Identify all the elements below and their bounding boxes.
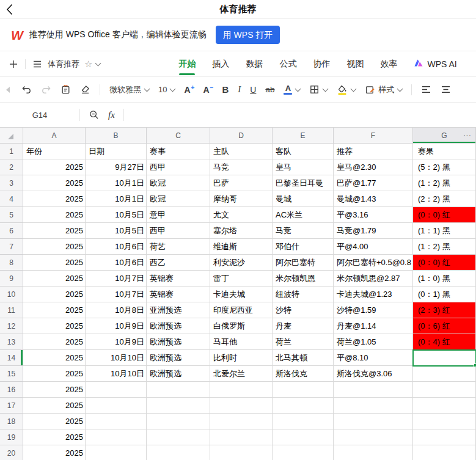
cell-E17[interactable] — [273, 398, 334, 414]
sheet-menu-button[interactable] — [32, 60, 42, 68]
cell-G15[interactable] — [413, 366, 476, 382]
align-left-button[interactable] — [421, 85, 431, 94]
tab-协作[interactable]: 协作 — [313, 51, 330, 77]
tab-视图[interactable]: 视图 — [346, 51, 364, 77]
cell-A14[interactable]: 2025 — [23, 350, 86, 366]
cell-A8[interactable]: 2025 — [23, 255, 86, 271]
row-header-10[interactable]: 10 — [0, 287, 23, 302]
column-menu-button[interactable]: ··· — [463, 130, 471, 139]
cell-G11[interactable]: (2：3) 红 — [413, 302, 476, 318]
cell-C14[interactable]: 欧洲预选 — [147, 350, 210, 366]
font-color-button[interactable]: A — [284, 84, 300, 95]
cell-C16[interactable] — [147, 382, 210, 398]
insert-function-button[interactable]: fx — [108, 110, 115, 120]
cell-D6[interactable]: 塞尔塔 — [210, 223, 273, 239]
row-header-6[interactable]: 6 — [0, 223, 23, 239]
cell-A15[interactable]: 2025 — [23, 366, 86, 382]
cell-B15[interactable]: 10月10日 — [86, 366, 147, 382]
cell-E12[interactable]: 丹麦 — [273, 318, 334, 334]
cell-F8[interactable]: 阿尔巴塞特+0.5@0.8 — [334, 255, 413, 271]
cell-B14[interactable]: 10月10日 — [86, 350, 147, 366]
cell-D2[interactable]: 马竞 — [210, 159, 273, 175]
cell-E4[interactable]: 曼城 — [273, 191, 334, 207]
cell-D15[interactable]: 北爱尔兰 — [210, 366, 273, 382]
cell-D19[interactable] — [210, 429, 273, 445]
cell-B19[interactable] — [86, 429, 147, 445]
row-header-19[interactable]: 19 — [0, 429, 23, 445]
cell-style-button[interactable]: 样式 — [365, 84, 402, 95]
row-header-4[interactable]: 4 — [0, 191, 23, 207]
cell-D13[interactable]: 马耳他 — [210, 334, 273, 350]
cell-F10[interactable]: 卡迪夫城@1.23 — [334, 287, 413, 302]
row-header-7[interactable]: 7 — [0, 239, 23, 255]
cell-F9[interactable]: 米尔顿凯思@2.87 — [334, 271, 413, 287]
cell-A12[interactable]: 2025 — [23, 318, 86, 334]
cell-G13[interactable]: (0：4) 红 — [413, 334, 476, 350]
cell-A4[interactable]: 2025 — [23, 191, 86, 207]
tab-效率[interactable]: 效率 — [380, 51, 397, 77]
cell-C7[interactable]: 荷艺 — [147, 239, 210, 255]
cell-G20[interactable] — [413, 445, 476, 460]
cell-A6[interactable]: 2025 — [23, 223, 86, 239]
cell-E13[interactable]: 荷兰 — [273, 334, 334, 350]
cell-A13[interactable]: 2025 — [23, 334, 86, 350]
cell-B12[interactable]: 10月9日 — [86, 318, 147, 334]
cell-G8[interactable]: (0：0) 红 — [413, 255, 476, 271]
cell-G17[interactable] — [413, 398, 476, 414]
cell-F15[interactable]: 斯洛伐克@3.06 — [334, 366, 413, 382]
cell-C9[interactable]: 英锦赛 — [147, 271, 210, 287]
cell-G14[interactable] — [413, 350, 476, 366]
row-header-20[interactable]: 20 — [0, 445, 23, 460]
row-header-18[interactable]: 18 — [0, 414, 23, 429]
cell-D12[interactable]: 白俄罗斯 — [210, 318, 273, 334]
row-header-17[interactable]: 17 — [0, 398, 23, 414]
cell-C19[interactable] — [147, 429, 210, 445]
row-header-2[interactable]: 2 — [0, 159, 23, 175]
cell-D5[interactable]: 尤文 — [210, 207, 273, 223]
tab-插入[interactable]: 插入 — [212, 51, 229, 77]
cell-C20[interactable] — [147, 445, 210, 460]
font-size-select[interactable]: 10 — [158, 85, 175, 94]
cell-A7[interactable]: 2025 — [23, 239, 86, 255]
open-in-wps-button[interactable]: 用 WPS 打开 — [216, 26, 280, 44]
cell-F2[interactable]: 皇马@2.30 — [334, 159, 413, 175]
cell-G10[interactable]: (0：1) 黑 — [413, 287, 476, 302]
cell-reference-box[interactable]: G14 — [0, 111, 79, 120]
increase-font-size-button[interactable]: A+ — [184, 85, 194, 95]
cell-C5[interactable]: 意甲 — [147, 207, 210, 223]
tab-数据[interactable]: 数据 — [246, 51, 263, 77]
cell-G6[interactable]: (1：1) 黑 — [413, 223, 476, 239]
cell-G4[interactable]: (2：2) 黑 — [413, 191, 476, 207]
fill-color-button[interactable] — [337, 84, 356, 95]
row-header-8[interactable]: 8 — [0, 255, 23, 271]
cell-C18[interactable] — [147, 414, 210, 429]
cell-G2[interactable]: (5：2) 黑 — [413, 159, 476, 175]
cell-F18[interactable] — [334, 414, 413, 429]
cell-D9[interactable]: 雷丁 — [210, 271, 273, 287]
cell-A16[interactable]: 2025 — [23, 382, 86, 398]
row-header-1[interactable]: 1 — [0, 144, 23, 159]
cell-F16[interactable] — [334, 382, 413, 398]
cell-C11[interactable]: 亚洲预选 — [147, 302, 210, 318]
cell-A18[interactable]: 2025 — [23, 414, 86, 429]
cell-F11[interactable]: 沙特@1.59 — [334, 302, 413, 318]
cell-B8[interactable]: 10月6日 — [86, 255, 147, 271]
cell-B1[interactable]: 日期 — [86, 144, 147, 159]
cell-A10[interactable]: 2025 — [23, 287, 86, 302]
cell-C8[interactable]: 西乙 — [147, 255, 210, 271]
cell-B5[interactable]: 10月5日 — [86, 207, 147, 223]
tab-公式[interactable]: 公式 — [279, 51, 296, 77]
formula-input[interactable] — [124, 103, 476, 127]
cell-B6[interactable]: 10月5日 — [86, 223, 147, 239]
cell-E11[interactable]: 沙特 — [273, 302, 334, 318]
cell-C6[interactable]: 西甲 — [147, 223, 210, 239]
cell-B9[interactable]: 10月7日 — [86, 271, 147, 287]
cell-E5[interactable]: AC米兰 — [273, 207, 334, 223]
font-name-select[interactable]: 微软雅黑 — [109, 84, 149, 95]
cell-D18[interactable] — [210, 414, 273, 429]
cell-A5[interactable]: 2025 — [23, 207, 86, 223]
strikethrough-button[interactable]: ab — [265, 85, 274, 94]
cell-G3[interactable]: (1：2) 黑 — [413, 175, 476, 191]
cell-B3[interactable]: 10月1日 — [86, 175, 147, 191]
cell-F3[interactable]: 巴萨@1.77 — [334, 175, 413, 191]
